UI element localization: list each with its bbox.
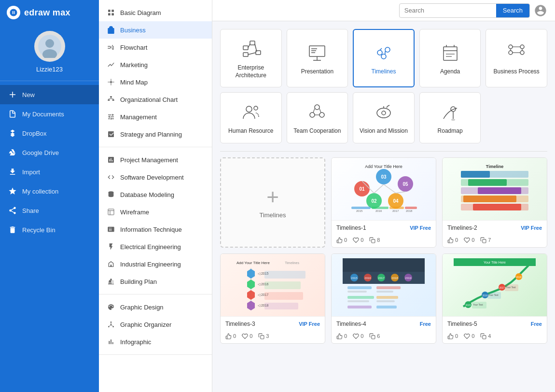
svg-rect-150 — [376, 296, 398, 299]
template-thumb-2: Timeline — [443, 158, 547, 221]
hearts-5: 0 — [464, 333, 474, 339]
likes-2: 0 — [447, 237, 458, 243]
graphic-design-icon — [107, 303, 115, 311]
copies-4: 6 — [369, 333, 380, 339]
svg-point-64 — [246, 106, 252, 112]
menu-infotech[interactable]: Information Technique — [99, 221, 212, 238]
template-card-1[interactable]: 01 03 05 02 04 Add Your Title Here — [331, 157, 436, 248]
menu-label-strategy: Strategy and Planning — [120, 131, 182, 138]
menu-label-management: Management — [120, 113, 157, 121]
svg-rect-4 — [10, 94, 15, 95]
template-info-2: Timelines-2 VIP Free — [443, 221, 547, 235]
timelines-icon — [372, 41, 395, 64]
heart-count-5: 0 — [472, 333, 474, 339]
menu-project[interactable]: Project Management — [99, 151, 212, 168]
svg-text:2015: 2015 — [356, 210, 363, 212]
svg-marker-120 — [247, 290, 255, 300]
menu-label-infotech: Information Technique — [120, 226, 182, 233]
nav-item-dropbox[interactable]: DropBox — [0, 124, 99, 143]
svg-text:01: 01 — [359, 186, 365, 192]
likes-3: 0 — [225, 333, 236, 339]
template-card-2[interactable]: Timeline — [442, 157, 547, 248]
cat-tile-enterprise-arch[interactable]: Enterprise Architecture — [220, 29, 282, 87]
flowchart-icon — [107, 43, 115, 52]
nav-item-share[interactable]: Share — [0, 201, 99, 220]
svg-point-26 — [111, 322, 112, 323]
template-card-5[interactable]: Your Title Here 2015 2016 2017 2018 — [442, 253, 547, 344]
svg-rect-15 — [108, 99, 110, 101]
svg-rect-111 — [463, 196, 516, 202]
basic-diagram-icon — [107, 8, 115, 17]
cat-tile-business-process[interactable]: Business Process — [486, 29, 547, 87]
menu-infographic[interactable]: Infographic — [99, 333, 212, 350]
svg-rect-153 — [376, 306, 397, 308]
cat-label-vision-mission: Vision and Mission — [360, 127, 408, 135]
menu-graphic-org[interactable]: Graphic Organizer — [99, 316, 212, 333]
svg-text:Add Your Title Here: Add Your Title Here — [365, 164, 402, 169]
menu-graphic-design[interactable]: Graphic Design — [99, 298, 212, 316]
cat-tile-agenda[interactable]: Agenda — [419, 29, 481, 87]
svg-text:2017: 2017 — [378, 277, 385, 280]
import-icon — [8, 167, 17, 177]
nav-item-new[interactable]: New — [0, 85, 99, 104]
template-card-4[interactable]: Timeline 2015 2016 2017 — [331, 253, 436, 344]
svg-rect-129 — [264, 303, 298, 309]
likes-4: 0 — [336, 333, 347, 339]
menu-wireframe[interactable]: Wireframe — [99, 203, 212, 221]
search-input[interactable] — [400, 7, 496, 14]
template-info-5: Timelines-5 Free — [443, 317, 547, 331]
copies-2: 7 — [480, 237, 491, 243]
menu-business[interactable]: Business — [99, 21, 212, 39]
cat-tile-team-cooperation[interactable]: Team Cooperation — [287, 92, 348, 143]
cat-tile-human-resource[interactable]: Human Resource — [220, 92, 282, 143]
project-icon — [107, 155, 115, 164]
nav-item-collection[interactable]: My collection — [0, 182, 99, 201]
menu-database[interactable]: Database Modeling — [99, 186, 212, 203]
team-cooperation-icon — [305, 100, 329, 124]
top-bar: Search — [212, 0, 555, 21]
mindmap-icon — [107, 78, 115, 86]
menu-software[interactable]: Software Development — [99, 168, 212, 186]
menu-label-database: Database Modeling — [120, 191, 174, 198]
menu-industrial[interactable]: Industrial Engineering — [99, 255, 212, 273]
menu-marketing[interactable]: Marketing — [99, 56, 212, 73]
search-button[interactable]: Search — [496, 3, 529, 18]
template-grid: + Timelines 01 03 — [220, 157, 547, 344]
cat-tile-presentation[interactable]: Presentation — [287, 29, 348, 87]
template-thumb-5: Your Title Here 2015 2016 2017 2018 — [443, 254, 547, 317]
template-name-5: Timelines-5 — [447, 321, 477, 327]
copies-1: 8 — [369, 237, 380, 243]
template-card-3[interactable]: Add Your Title Here Timelines ◁ 2015 ◁ — [220, 253, 325, 344]
svg-rect-97 — [405, 207, 417, 209]
menu-management[interactable]: Management — [99, 108, 212, 126]
svg-line-69 — [313, 109, 315, 112]
user-icon[interactable] — [534, 4, 547, 17]
svg-text:04: 04 — [393, 198, 399, 204]
menu-electrical[interactable]: Electrical Engineering — [99, 238, 212, 255]
svg-rect-14 — [110, 96, 112, 98]
menu-org-chart[interactable]: Organizational Chart — [99, 91, 212, 108]
svg-point-45 — [377, 50, 382, 55]
menu-strategy[interactable]: Strategy and Planning — [99, 126, 212, 143]
nav-item-import[interactable]: Import — [0, 162, 99, 182]
svg-rect-50 — [444, 47, 457, 60]
cat-tile-vision-mission[interactable]: Vision and Mission — [353, 92, 415, 143]
menu-mind-map[interactable]: Mind Map — [99, 73, 212, 91]
cat-tile-timelines[interactable]: Timelines — [353, 29, 415, 87]
svg-point-78 — [451, 119, 455, 121]
menu-label-flowchart: Flowchart — [120, 44, 147, 51]
menu-building[interactable]: Building Plan — [99, 273, 212, 290]
nav-item-google-drive[interactable]: Google Drive — [0, 143, 99, 162]
new-template-card[interactable]: + Timelines — [220, 157, 325, 248]
management-icon — [107, 112, 115, 121]
share-icon — [8, 206, 17, 215]
copies-3: 3 — [258, 333, 269, 339]
marketing-icon — [107, 60, 115, 69]
menu-flowchart[interactable]: Flowchart — [99, 39, 212, 56]
nav-item-my-documents[interactable]: My Documents — [0, 104, 99, 124]
vision-mission-icon — [372, 100, 395, 124]
nav-item-recycle[interactable]: Recycle Bin — [0, 220, 99, 239]
menu-basic-diagram[interactable]: Basic Diagram — [99, 4, 212, 21]
section-divider — [220, 151, 547, 152]
cat-tile-roadmap[interactable]: Roadmap — [419, 92, 481, 143]
